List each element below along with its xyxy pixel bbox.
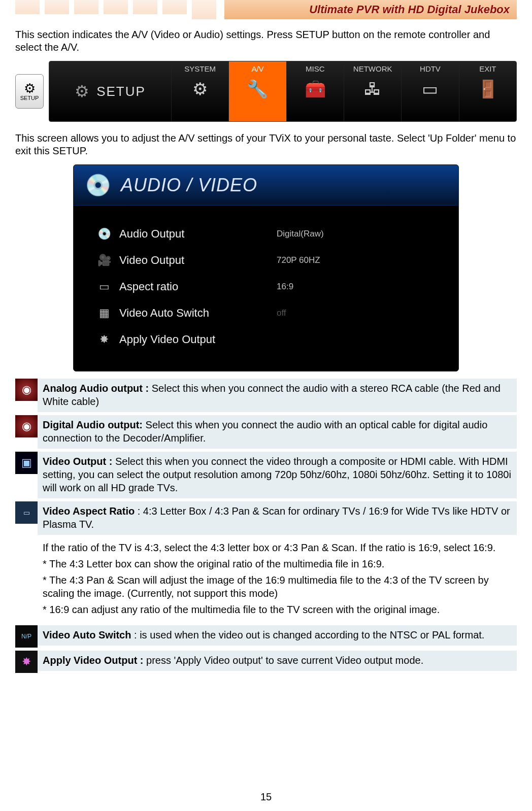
gear-icon: ⚙: [75, 82, 90, 101]
menu-item-system[interactable]: SYSTEM ⚙: [171, 61, 228, 121]
info-extra-line: If the ratio of the TV is 4:3, select th…: [43, 541, 512, 554]
menu-item-label: MISC: [306, 64, 325, 73]
wrench-icon: 🔧: [242, 76, 273, 102]
menu-item-misc[interactable]: MISC 🧰: [286, 61, 344, 121]
av-row-apply-video-output[interactable]: ✸ Apply Video Output: [94, 326, 443, 353]
info-title: Apply Video Output :: [43, 655, 146, 666]
star-icon: ✸: [15, 651, 38, 673]
ratio-icon: ▭: [94, 280, 114, 293]
info-body: Analog Audio output : Select this when y…: [38, 379, 517, 412]
info-video-auto-switch: N/P Video Auto Switch : is used when the…: [15, 625, 517, 648]
monitor-icon: ▣: [15, 452, 38, 474]
info-aspect-ratio: ▭ Video Aspect Ratio : 4:3 Letter Box / …: [15, 501, 517, 535]
disc-icon: 💿: [85, 173, 112, 197]
ntsc-pal-icon: N/P: [15, 625, 38, 648]
info-body: Apply Video Output : press 'Apply Video …: [38, 651, 517, 671]
tv-icon: ▭: [415, 76, 445, 102]
av-row-label: Aspect ratio: [114, 280, 267, 293]
av-row-label: Video Output: [114, 254, 267, 267]
menu-item-label: HDTV: [420, 64, 441, 73]
disc-icon: ◉: [15, 379, 38, 401]
disc-icon: ◉: [15, 415, 38, 437]
info-body: Video Output : Select this when you conn…: [38, 452, 517, 498]
header-tabs: [15, 0, 221, 19]
star-icon: ✸: [94, 333, 114, 346]
info-title: Analog Audio output :: [43, 383, 152, 394]
info-title: Video Output :: [43, 456, 115, 467]
av-row-value: off: [267, 308, 443, 318]
av-row-aspect-ratio[interactable]: ▭ Aspect ratio 16:9: [94, 274, 443, 300]
av-row-value: Digital(Raw): [267, 229, 443, 239]
info-body: Video Aspect Ratio : 4:3 Letter Box / 4:…: [38, 501, 517, 535]
info-video-output: ▣ Video Output : Select this when you co…: [15, 452, 517, 498]
menu-item-label: SYSTEM: [184, 64, 216, 73]
header-tab: [104, 0, 128, 14]
av-row-label: Video Auto Switch: [114, 307, 267, 320]
av-row-value: 16:9: [267, 282, 443, 292]
menu-item-label: EXIT: [479, 64, 496, 73]
setup-menu-label-area: ⚙ SETUP: [49, 61, 171, 121]
info-extra-line: * The 4:3 Letter box can show the origin…: [43, 557, 512, 570]
info-analog-audio: ◉ Analog Audio output : Select this when…: [15, 379, 517, 412]
setup-remote-button[interactable]: ⚙ SETUP: [15, 74, 44, 109]
disc-icon: 💿: [94, 227, 114, 241]
header-tab: [15, 0, 40, 14]
setup-menu: ⚙ SETUP SYSTEM ⚙ A/V 🔧 MISC 🧰 NETWORK 🖧 …: [49, 61, 517, 122]
intro-text: This section indicates the A/V (Video or…: [15, 28, 517, 54]
av-panel-header: 💿 AUDIO / VIDEO: [74, 165, 458, 206]
info-apply-video-output: ✸ Apply Video Output : press 'Apply Vide…: [15, 651, 517, 673]
info-title: Video Aspect Ratio: [43, 505, 138, 517]
info-text: press 'Apply Video output' to save curre…: [146, 655, 423, 666]
info-aspect-ratio-extra: If the ratio of the TV is 4:3, select th…: [38, 535, 517, 622]
info-digital-audio: ◉ Digital Audio output: Select this when…: [15, 415, 517, 449]
info-title: Video Auto Switch: [43, 629, 134, 640]
gear-icon: ⚙: [185, 76, 215, 102]
setup-button-label: SETUP: [20, 95, 39, 101]
av-row-video-auto-switch[interactable]: ▦ Video Auto Switch off: [94, 300, 443, 326]
av-row-video-output[interactable]: 🎥 Video Output 720P 60HZ: [94, 247, 443, 274]
av-panel-body: 💿 Audio Output Digital(Raw) 🎥 Video Outp…: [74, 206, 458, 371]
av-row-audio-output[interactable]: 💿 Audio Output Digital(Raw): [94, 221, 443, 247]
header-title-bar: Ultimate PVR with HD Digital Jukebox: [224, 0, 517, 19]
page-number: 15: [0, 791, 532, 803]
av-row-label: Audio Output: [114, 227, 267, 241]
header-tab: [162, 0, 187, 14]
network-icon: 🖧: [357, 76, 388, 102]
menu-item-label: A/V: [251, 64, 263, 73]
header-tab: [192, 0, 216, 19]
av-panel: 💿 AUDIO / VIDEO 💿 Audio Output Digital(R…: [73, 164, 459, 371]
av-row-label: Apply Video Output: [114, 333, 267, 346]
gear-icon: ⚙: [24, 82, 36, 95]
av-panel-title: AUDIO / VIDEO: [121, 175, 257, 196]
setup-menu-label: SETUP: [96, 84, 146, 99]
door-icon: 🚪: [473, 76, 503, 102]
menu-item-label: NETWORK: [353, 64, 392, 73]
setup-menu-items: SYSTEM ⚙ A/V 🔧 MISC 🧰 NETWORK 🖧 HDTV ▭ E…: [171, 61, 516, 121]
intro2-text: This screen allows you to adjust the A/V…: [15, 132, 517, 157]
header-title: Ultimate PVR with HD Digital Jukebox: [309, 3, 510, 16]
info-body: Digital Audio output: Select this when y…: [38, 415, 517, 449]
info-title: Digital Audio output:: [43, 419, 146, 430]
header-tab: [133, 0, 157, 14]
info-extra-line: * The 4:3 Pan & Scan will adjust the ima…: [43, 573, 512, 600]
header-tab: [45, 0, 69, 14]
menu-item-network[interactable]: NETWORK 🖧: [344, 61, 401, 121]
switch-icon: ▦: [94, 307, 114, 320]
menu-item-hdtv[interactable]: HDTV ▭: [401, 61, 458, 121]
setup-row: ⚙ SETUP ⚙ SETUP SYSTEM ⚙ A/V 🔧 MISC 🧰 NE…: [15, 61, 517, 122]
page-header: Ultimate PVR with HD Digital Jukebox: [15, 0, 517, 19]
ratio-icon: ▭: [15, 501, 38, 524]
info-text: : is used when the video out is changed …: [134, 629, 484, 640]
av-row-value: 720P 60HZ: [267, 255, 443, 265]
toolbox-icon: 🧰: [300, 76, 330, 102]
info-body: Video Auto Switch : is used when the vid…: [38, 625, 517, 646]
camera-icon: 🎥: [94, 254, 114, 267]
menu-item-av[interactable]: A/V 🔧: [228, 61, 286, 121]
info-extra-line: * 16:9 can adjust any ratio of the multi…: [43, 603, 512, 616]
menu-item-exit[interactable]: EXIT 🚪: [459, 61, 516, 121]
header-tab: [74, 0, 98, 14]
